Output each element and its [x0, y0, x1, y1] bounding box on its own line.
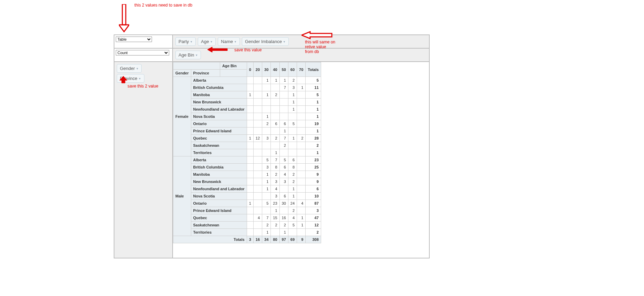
data-cell [253, 99, 262, 106]
row-attrs-area[interactable]: Gender▼Province▼ [114, 62, 173, 258]
table-row: Newfoundland and Labrador11 [173, 106, 321, 113]
table-row: Saskatchewan22 [173, 142, 321, 149]
data-cell [279, 185, 288, 193]
data-cell [297, 164, 306, 171]
col-bucket-40: 40 [271, 62, 279, 77]
attr-pill-province[interactable]: Province▼ [117, 74, 144, 83]
data-cell [247, 77, 253, 84]
data-cell [247, 120, 253, 127]
data-cell: 3 [271, 193, 279, 200]
data-cell [262, 207, 271, 214]
dropdown-icon[interactable]: ▼ [195, 54, 198, 57]
province-label: Ontario [191, 200, 247, 207]
attr-pill-gender[interactable]: Gender▼ [117, 64, 142, 73]
row-total: 2 [306, 142, 321, 149]
data-cell [297, 178, 306, 185]
province-label: Saskatchewan [191, 222, 247, 229]
totals-header: Totals [306, 62, 321, 77]
data-cell [288, 149, 297, 156]
data-cell [297, 185, 306, 193]
data-cell: 4 [279, 171, 288, 178]
data-cell [271, 113, 279, 120]
data-cell [271, 142, 279, 149]
blank-corner [173, 62, 220, 70]
data-cell: 3 [271, 178, 279, 185]
renderer-select[interactable]: Table [116, 37, 152, 42]
data-cell [297, 106, 306, 113]
data-cell: 7 [271, 156, 279, 164]
data-cell [253, 142, 262, 149]
table-row: Nova Scotia11 [173, 113, 321, 120]
table-row: Manitoba12429 [173, 171, 321, 178]
dropdown-icon[interactable]: ▼ [234, 40, 237, 43]
attr-pill-name[interactable]: Name▼ [218, 37, 240, 46]
attr-pill-age-bin[interactable]: Age Bin▼ [175, 51, 201, 59]
province-label: Nova Scotia [191, 193, 247, 200]
unused-attrs-area[interactable]: Party▼Age▼Name▼Gender Imbalance▼ [173, 35, 429, 48]
data-cell [297, 120, 306, 127]
data-cell [279, 149, 288, 156]
data-cell [247, 229, 253, 236]
table-row: FemaleAlberta11125 [173, 77, 321, 84]
data-cell [262, 193, 271, 200]
attr-pill-gender-imbalance[interactable]: Gender Imbalance▼ [242, 37, 289, 46]
data-cell [297, 142, 306, 149]
dropdown-icon[interactable]: ▼ [190, 40, 193, 43]
data-cell: 3 [279, 178, 288, 185]
data-cell [279, 207, 288, 214]
blank-under-colattr [220, 70, 247, 77]
gender-label: Female [173, 77, 191, 156]
data-cell: 6 [279, 164, 288, 171]
data-cell: 1 [262, 178, 271, 185]
province-label: Alberta [191, 77, 247, 84]
dropdown-icon[interactable]: ▼ [283, 40, 286, 43]
data-cell [297, 193, 306, 200]
data-cell: 6 [279, 120, 288, 127]
col-attrs-area[interactable]: Age Bin▼ [173, 48, 429, 62]
table-row: Manitoba11215 [173, 91, 321, 99]
annotation-right-3: from db [305, 49, 319, 54]
data-cell: 2 [279, 222, 288, 229]
data-cell [253, 207, 262, 214]
data-cell: 6 [288, 156, 297, 164]
data-cell: 5 [288, 120, 297, 127]
pivot-container: Table Party▼Age▼Name▼Gender Imbalance▼ C… [114, 34, 430, 258]
province-label: Territories [191, 149, 247, 156]
data-cell: 1 [288, 106, 297, 113]
data-cell: 30 [279, 200, 288, 207]
col-bucket-60: 60 [288, 62, 297, 77]
data-cell [297, 156, 306, 164]
data-cell [262, 149, 271, 156]
row-total: 1 [306, 106, 321, 113]
col-bucket-30: 30 [262, 62, 271, 77]
dropdown-icon[interactable]: ▼ [139, 77, 141, 80]
data-cell: 1 [262, 113, 271, 120]
attr-pill-party[interactable]: Party▼ [175, 37, 196, 46]
data-cell [271, 106, 279, 113]
table-row: Quebec4715164147 [173, 214, 321, 222]
data-cell: 24 [288, 200, 297, 207]
province-label: Newfoundland and Labrador [191, 106, 247, 113]
data-cell: 16 [279, 214, 288, 222]
data-cell: 4 [288, 214, 297, 222]
data-cell [253, 164, 262, 171]
province-label: British Columbia [191, 84, 247, 91]
province-label: Manitoba [191, 91, 247, 99]
data-cell: 1 [262, 229, 271, 236]
data-cell [247, 149, 253, 156]
attr-pill-age[interactable]: Age▼ [198, 37, 216, 46]
row-total: 10 [306, 193, 321, 200]
data-cell: 2 [271, 171, 279, 178]
data-cell [262, 142, 271, 149]
data-cell [288, 229, 297, 236]
col-bucket-50: 50 [279, 62, 288, 77]
data-cell: 1 [288, 135, 297, 142]
dropdown-icon[interactable]: ▼ [136, 67, 139, 70]
dropdown-icon[interactable]: ▼ [210, 40, 213, 43]
aggregator-select[interactable]: Count [116, 50, 169, 55]
col-total: 9 [297, 236, 306, 243]
row-total: 3 [306, 207, 321, 214]
province-label: Quebec [191, 135, 247, 142]
data-cell [288, 113, 297, 120]
data-cell: 1 [247, 135, 253, 142]
